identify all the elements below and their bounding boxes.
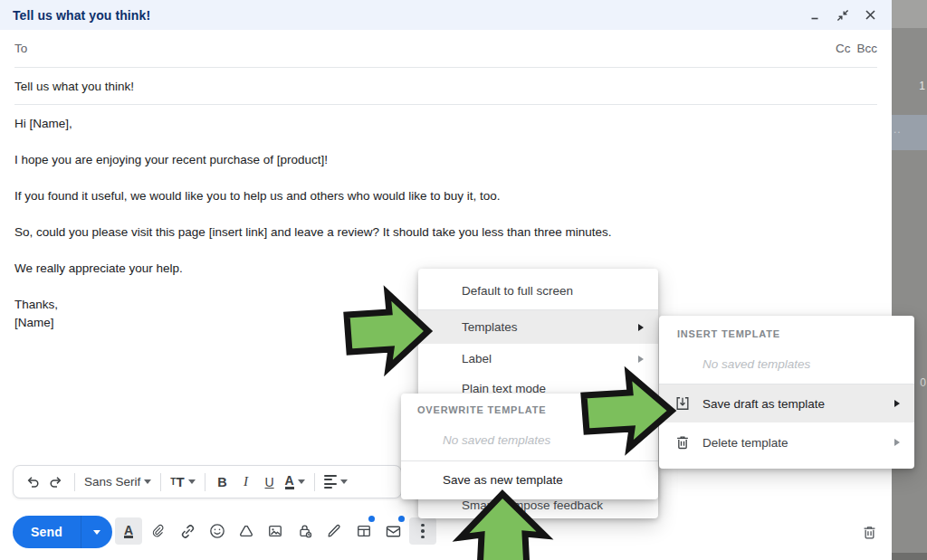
trash-icon — [861, 524, 878, 541]
new-feature-dot — [398, 516, 405, 522]
layouts-button[interactable] — [350, 517, 377, 545]
more-options-button[interactable] — [409, 517, 436, 545]
send-options-button[interactable] — [81, 530, 112, 535]
image-icon — [266, 522, 284, 540]
insert-template-header: INSERT TEMPLATE — [677, 328, 780, 339]
envelope-icon — [384, 522, 403, 541]
no-saved-templates-label: No saved templates — [702, 357, 810, 371]
save-template-icon — [674, 394, 692, 413]
paperclip-icon — [148, 522, 167, 540]
menu-item-save-as-new-template[interactable]: Save as new template — [401, 461, 658, 498]
inbox-count-text-2: 0 — [920, 376, 926, 389]
menu-item-default-full-screen[interactable]: Default to full screen — [418, 274, 658, 307]
dimmed-inbox-background: 1 .. 0 — [892, 0, 927, 560]
insert-signature-button[interactable] — [320, 517, 348, 545]
bold-button[interactable]: B — [212, 470, 234, 495]
chevron-down-icon — [340, 479, 348, 484]
close-icon[interactable] — [861, 6, 879, 24]
submenu-arrow-icon — [638, 356, 644, 363]
insert-link-button[interactable] — [174, 517, 201, 545]
chevron-down-icon — [188, 479, 196, 484]
emoji-icon — [208, 522, 226, 540]
compose-header: Tell us what you think! — [0, 0, 892, 30]
inbox-count-text: 1 — [919, 80, 925, 92]
send-button[interactable]: Send — [13, 525, 81, 539]
insert-from-drive-button[interactable] — [233, 517, 260, 545]
compose-title: Tell us what you think! — [13, 8, 150, 23]
align-button[interactable] — [321, 470, 350, 495]
body-paragraph: If you found it useful, we would like yo… — [14, 187, 856, 205]
overwrite-template-menu: OVERWRITE TEMPLATE No saved templates Sa… — [401, 394, 658, 499]
toolbar-divider — [205, 473, 205, 491]
toolbar-divider — [314, 473, 315, 491]
chevron-down-icon — [298, 479, 305, 484]
attach-file-button[interactable] — [144, 517, 171, 545]
body-paragraph: So, could you please visit this page [in… — [14, 223, 856, 242]
discard-draft-button[interactable] — [856, 519, 882, 545]
send-button-group: Send — [13, 516, 112, 548]
vertical-dots-icon — [421, 524, 425, 539]
body-paragraph: I hope you are enjoying your recent purc… — [14, 151, 856, 169]
formatting-options-button[interactable]: A — [115, 517, 142, 545]
inbox-toolbar-remnant — [892, 0, 927, 28]
menu-item-templates[interactable]: Templates — [418, 310, 658, 344]
minimize-icon[interactable] — [807, 6, 825, 24]
menu-item-label[interactable]: Label — [418, 344, 658, 374]
undo-icon[interactable] — [21, 470, 43, 495]
cc-button[interactable]: Cc — [836, 42, 851, 55]
italic-button[interactable]: I — [235, 470, 257, 495]
submenu-arrow-icon — [638, 324, 644, 331]
insert-photo-button[interactable] — [262, 517, 289, 545]
new-feature-dot — [368, 516, 375, 522]
formatting-toolbar: Sans Serif TT B I U A — [13, 465, 402, 498]
screen: 1 .. 0 Tell us what you think! — [0, 0, 927, 560]
to-label: To — [14, 42, 27, 55]
text-color-button[interactable]: A — [282, 470, 308, 495]
layouts-icon — [355, 522, 373, 540]
underline-button[interactable]: U — [259, 470, 281, 495]
submenu-arrow-icon — [894, 439, 900, 446]
drive-icon — [237, 522, 255, 540]
align-left-icon — [324, 475, 337, 489]
lock-clock-icon — [296, 522, 314, 540]
font-family-select[interactable]: Sans Serif — [81, 470, 154, 495]
font-size-button[interactable]: TT — [167, 470, 197, 495]
subject-text: Tell us what you think! — [14, 80, 134, 93]
inbox-ellipsis-text: .. — [894, 123, 902, 136]
inbox-bottom-remnant — [892, 553, 927, 560]
link-icon — [178, 522, 197, 541]
toolbar-divider — [160, 473, 161, 491]
chevron-down-icon — [93, 530, 100, 535]
menu-item-delete-template[interactable]: Delete template — [659, 422, 914, 462]
redo-icon[interactable] — [45, 470, 68, 495]
trash-icon — [674, 433, 692, 451]
exit-fullscreen-icon[interactable] — [834, 6, 852, 24]
body-paragraph: Hi [Name], — [14, 115, 856, 133]
insert-emoji-button[interactable] — [204, 517, 231, 545]
menu-item-save-draft-as-template[interactable]: Save draft as template — [659, 384, 914, 422]
toolbar-divider — [74, 473, 75, 491]
no-saved-templates-label: No saved templates — [443, 433, 550, 447]
chevron-down-icon — [144, 479, 151, 484]
formatting-a-icon: A — [124, 525, 133, 538]
subject-field[interactable]: Tell us what you think! — [14, 68, 877, 105]
overwrite-template-header: OVERWRITE TEMPLATE — [417, 404, 546, 415]
bcc-button[interactable]: Bcc — [856, 42, 877, 55]
recipients-field[interactable]: To Cc Bcc — [14, 30, 877, 68]
templates-submenu: INSERT TEMPLATE No saved templates Save … — [659, 316, 914, 469]
pen-icon — [325, 522, 343, 540]
submenu-arrow-icon — [894, 400, 900, 407]
confidential-mode-button[interactable] — [291, 517, 319, 545]
